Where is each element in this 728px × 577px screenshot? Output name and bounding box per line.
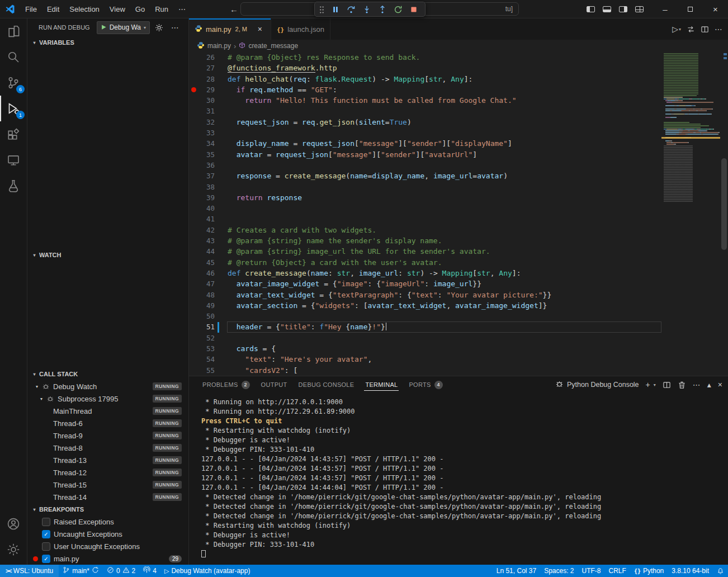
call-stack-row[interactable]: MainThreadRUNNING bbox=[27, 405, 188, 417]
gutter[interactable]: 53 bbox=[189, 343, 227, 354]
python-interpreter[interactable]: 3.8.10 64-bit bbox=[668, 565, 713, 577]
minimap[interactable] bbox=[661, 52, 720, 376]
call-stack-row[interactable]: Thread-12RUNNING bbox=[27, 466, 188, 479]
step-into-button[interactable] bbox=[360, 3, 374, 16]
activity-source-control[interactable]: 6 bbox=[0, 70, 27, 96]
panel-more-actions-icon[interactable]: ⋯ bbox=[693, 380, 701, 389]
tab-launch.json[interactable]: {}launch.json bbox=[271, 18, 330, 40]
menu-selection[interactable]: Selection bbox=[64, 0, 104, 18]
step-out-button[interactable] bbox=[376, 3, 389, 16]
call-stack-row[interactable]: Thread-8RUNNING bbox=[27, 442, 188, 454]
maximize-button[interactable] bbox=[678, 0, 703, 18]
watch-section-header[interactable]: ▾ WATCH bbox=[27, 249, 188, 261]
maximize-panel-icon[interactable]: ▴ bbox=[707, 380, 711, 389]
eol-sequence[interactable]: CRLF bbox=[605, 565, 630, 577]
gutter[interactable]: 34 bbox=[189, 138, 227, 149]
gutter[interactable]: 39 bbox=[189, 192, 227, 203]
gutter[interactable]: 27 bbox=[189, 63, 227, 73]
gutter[interactable]: 44 bbox=[189, 246, 227, 257]
gutter[interactable]: 48 bbox=[189, 290, 227, 300]
gutter[interactable]: 52 bbox=[189, 333, 227, 343]
gutter[interactable]: 33 bbox=[189, 127, 227, 138]
gutter[interactable]: 30 bbox=[189, 95, 227, 106]
gutter[interactable]: 50 bbox=[189, 311, 227, 321]
menu-file[interactable]: File bbox=[20, 0, 42, 18]
notifications-bell-icon[interactable] bbox=[713, 565, 728, 577]
cursor-position[interactable]: Ln 51, Col 37 bbox=[493, 565, 540, 577]
language-mode[interactable]: {} Python bbox=[630, 565, 668, 577]
menu-overflow-icon[interactable]: ⋯ bbox=[173, 0, 191, 18]
gutter[interactable]: 36 bbox=[189, 160, 227, 171]
stop-button[interactable] bbox=[407, 3, 420, 16]
debug-config-dropdown[interactable]: Debug Wa ▾ bbox=[97, 21, 150, 34]
menu-view[interactable]: View bbox=[105, 0, 130, 18]
kill-terminal-icon[interactable] bbox=[678, 381, 686, 389]
gutter[interactable]: 43 bbox=[189, 235, 227, 246]
call-stack-row[interactable]: Thread-13RUNNING bbox=[27, 454, 188, 466]
variables-section-header[interactable]: ▾ VARIABLES bbox=[27, 36, 188, 49]
branch-indicator[interactable]: main* bbox=[59, 565, 103, 577]
tab-main.py[interactable]: main.py2, M× bbox=[189, 18, 271, 40]
menu-go[interactable]: Go bbox=[130, 0, 150, 18]
breakpoint-row[interactable]: User Uncaught Exceptions bbox=[27, 540, 188, 552]
close-window-button[interactable]: × bbox=[703, 0, 728, 18]
toggle-panel-icon[interactable] bbox=[603, 6, 611, 12]
breakpoint-dot[interactable] bbox=[191, 87, 196, 92]
activity-explorer[interactable] bbox=[0, 18, 27, 44]
breakpoint-row[interactable]: ✓Uncaught Exceptions bbox=[27, 528, 188, 540]
debug-settings-gear-icon[interactable] bbox=[153, 21, 166, 34]
breakpoint-row[interactable]: ✓main.py29 bbox=[27, 552, 188, 565]
breakpoints-section-header[interactable]: ▾ BREAKPOINTS bbox=[27, 503, 188, 515]
gutter[interactable]: 38 bbox=[189, 182, 227, 192]
call-stack-row[interactable]: Thread-9RUNNING bbox=[27, 429, 188, 442]
sidebar-more-actions-icon[interactable]: ⋯ bbox=[169, 21, 181, 34]
menu-edit[interactable]: Edit bbox=[42, 0, 64, 18]
call-stack-row[interactable]: ▾Debug WatchRUNNING bbox=[27, 380, 188, 392]
close-panel-icon[interactable]: × bbox=[718, 380, 722, 389]
panel-tab-output[interactable]: OUTPUT bbox=[256, 376, 293, 393]
step-over-button[interactable] bbox=[344, 3, 358, 16]
gutter[interactable]: 29 bbox=[189, 84, 227, 95]
activity-accounts[interactable] bbox=[0, 511, 27, 537]
open-changes-icon[interactable] bbox=[687, 25, 695, 34]
gutter[interactable]: 35 bbox=[189, 149, 227, 160]
encoding[interactable]: UTF-8 bbox=[578, 565, 605, 577]
remote-indicator[interactable]: >< WSL: Ubuntu bbox=[0, 565, 59, 577]
gutter[interactable]: 51 bbox=[189, 321, 227, 332]
restart-button[interactable] bbox=[391, 3, 405, 16]
menu-run[interactable]: Run bbox=[150, 0, 173, 18]
call-stack-row[interactable]: ▾Subprocess 17995RUNNING bbox=[27, 392, 188, 405]
gutter[interactable]: 26 bbox=[189, 52, 227, 63]
call-stack-row[interactable]: Thread-15RUNNING bbox=[27, 479, 188, 491]
breadcrumb-symbol[interactable]: create_message bbox=[248, 42, 298, 50]
gutter[interactable]: 31 bbox=[189, 106, 227, 116]
new-terminal-button[interactable]: + bbox=[646, 380, 650, 389]
toggle-secondary-sidebar-icon[interactable] bbox=[619, 6, 627, 12]
gutter[interactable]: 46 bbox=[189, 268, 227, 278]
terminal-profile[interactable]: Python Debug Console bbox=[555, 380, 639, 390]
gutter[interactable]: 49 bbox=[189, 300, 227, 311]
customize-layout-icon[interactable] bbox=[635, 6, 644, 12]
scrollbar-thumb[interactable] bbox=[721, 158, 727, 250]
gutter[interactable]: 41 bbox=[189, 214, 227, 224]
activity-extensions[interactable] bbox=[0, 121, 27, 147]
close-icon[interactable]: × bbox=[255, 24, 265, 34]
gutter[interactable]: 32 bbox=[189, 117, 227, 127]
gutter[interactable]: 42 bbox=[189, 225, 227, 235]
overview-ruler[interactable] bbox=[720, 52, 728, 376]
toggle-primary-sidebar-icon[interactable] bbox=[587, 6, 595, 12]
gutter[interactable]: 40 bbox=[189, 203, 227, 214]
activity-testing[interactable] bbox=[0, 173, 27, 198]
problems-indicator[interactable]: 0 2 bbox=[103, 565, 139, 577]
drag-grip-icon[interactable] bbox=[319, 5, 324, 13]
checkbox[interactable]: ✓ bbox=[42, 530, 50, 538]
activity-run-and-debug[interactable]: 1 bbox=[0, 96, 27, 121]
panel-tab-debug-console[interactable]: DEBUG CONSOLE bbox=[293, 376, 360, 393]
split-terminal-icon[interactable] bbox=[663, 381, 671, 389]
pause-button[interactable] bbox=[329, 3, 342, 16]
gutter[interactable]: 45 bbox=[189, 257, 227, 268]
gutter[interactable]: 28 bbox=[189, 74, 227, 84]
checkbox[interactable]: ✓ bbox=[42, 555, 50, 563]
gutter[interactable]: 55 bbox=[189, 365, 227, 376]
split-editor-icon[interactable] bbox=[701, 25, 709, 34]
